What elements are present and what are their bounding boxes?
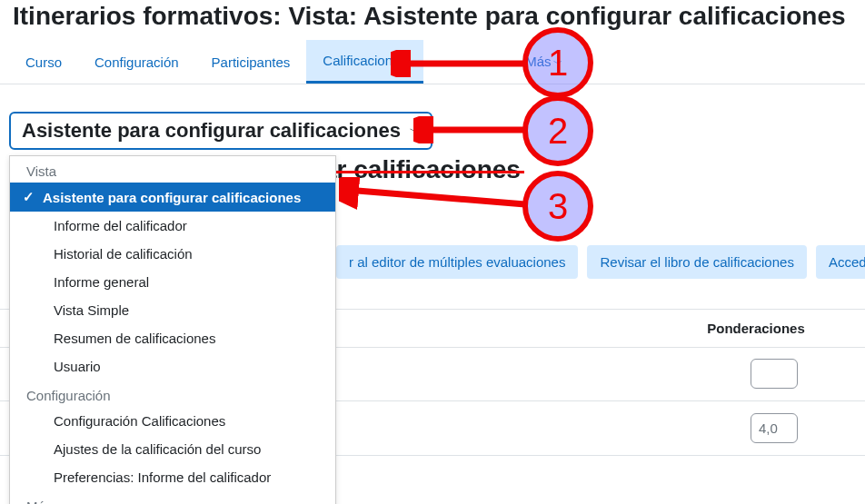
weight-input[interactable] [751, 359, 798, 389]
check-icon: ✓ [23, 189, 35, 205]
btn-editor-it[interactable]: Acceder al editor de it [816, 245, 865, 279]
dropdown-group-vista: Vista [10, 156, 335, 183]
tab-participantes[interactable]: Participantes [195, 42, 307, 83]
dropdown-item-label: Resumen de calificaciones [54, 331, 319, 346]
tab-mas[interactable]: Más﹀ [509, 41, 578, 83]
page-subtitle-partial: ar calificaciones [323, 155, 521, 184]
dropdown-item-historial[interactable]: Historial de calificación [10, 240, 335, 268]
annotation-number: 3 [548, 186, 568, 227]
dropdown-item-vista-simple[interactable]: Vista Simple [10, 296, 335, 324]
column-header-ponderaciones: Ponderaciones [665, 321, 847, 336]
tab-curso[interactable]: Curso [9, 42, 78, 83]
dropdown-item-label: Informe del calificador [54, 218, 319, 233]
chevron-down-icon: ﹀ [553, 58, 562, 68]
dropdown-group-mas: Más [10, 491, 335, 504]
dropdown-item-preferencias[interactable]: Preferencias: Informe del calificador [10, 463, 335, 491]
course-nav: Curso Configuración Participantes Califi… [0, 40, 865, 84]
chevron-down-icon: ﹀ [410, 124, 420, 138]
dropdown-item-label: Usuario [54, 359, 319, 374]
btn-revisar-libro[interactable]: Revisar el libro de calificaciones [587, 245, 806, 279]
dropdown-item-asistente[interactable]: ✓ Asistente para configurar calificacion… [10, 183, 335, 212]
dropdown-item-usuario[interactable]: Usuario [10, 352, 335, 380]
dropdown-item-informe-calificador[interactable]: Informe del calificador [10, 212, 335, 240]
dropdown-item-label: Configuración Calificaciones [54, 413, 319, 429]
grade-view-selector-label: Asistente para configurar calificaciones [22, 119, 401, 143]
btn-editor-multiples[interactable]: r al editor de múltiples evaluaciones [336, 245, 578, 279]
page-title: Itinerarios formativos: Vista: Asistente… [0, 0, 865, 40]
dropdown-item-informe-general[interactable]: Informe general [10, 268, 335, 296]
dropdown-item-label: Preferencias: Informe del calificador [54, 469, 319, 485]
dropdown-item-ajustes-curso[interactable]: Ajustes de la calificación del curso [10, 435, 335, 463]
dropdown-item-config-calificaciones[interactable]: Configuración Calificaciones [10, 407, 335, 435]
grade-view-dropdown[interactable]: Vista ✓ Asistente para configurar califi… [9, 155, 336, 504]
svg-line-2 [346, 190, 525, 204]
dropdown-item-label: Asistente para configurar calificaciones [43, 190, 319, 205]
tab-calificaciones[interactable]: Calificaciones [306, 40, 423, 84]
annotation-circle-3: 3 [522, 171, 593, 242]
dropdown-group-configuracion: Configuración [10, 380, 335, 407]
dropdown-item-label: Historial de calificación [54, 246, 319, 262]
dropdown-item-resumen[interactable]: Resumen de calificaciones [10, 324, 335, 352]
tab-mas-label: Más [525, 54, 551, 69]
tab-configuracion[interactable]: Configuración [78, 42, 195, 83]
weight-input[interactable] [751, 413, 798, 443]
dropdown-item-label: Ajustes de la calificación del curso [54, 441, 319, 457]
grade-view-selector[interactable]: Asistente para configurar calificaciones… [9, 112, 432, 150]
dropdown-item-label: Informe general [54, 274, 319, 290]
dropdown-item-label: Vista Simple [54, 302, 319, 318]
